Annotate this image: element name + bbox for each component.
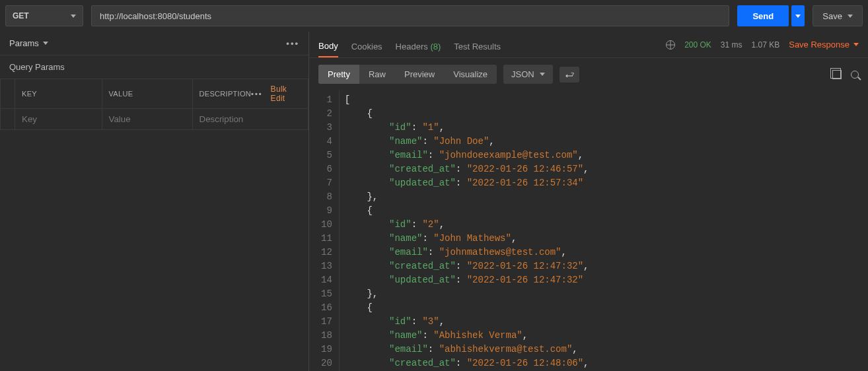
request-toolbar: GET http://localhost:8080/students Send … — [0, 0, 868, 32]
copy-icon[interactable] — [832, 70, 842, 79]
http-method-select[interactable]: GET — [5, 5, 83, 26]
chevron-down-icon — [795, 15, 801, 18]
col-value: VALUE — [102, 79, 192, 109]
chevron-down-icon — [43, 42, 48, 45]
http-method-value: GET — [13, 11, 29, 20]
chevron-down-icon — [848, 15, 853, 18]
view-mode-group: Pretty Raw Preview Visualize — [318, 65, 497, 84]
status-size: 1.07 KB — [752, 40, 780, 50]
table-row — [1, 109, 308, 130]
param-value-input[interactable] — [109, 114, 186, 124]
param-description-input[interactable] — [199, 114, 301, 124]
tab-test-results[interactable]: Test Results — [454, 36, 501, 57]
tab-headers[interactable]: Headers (8) — [396, 36, 441, 57]
wrap-icon: ⮐ — [565, 70, 574, 79]
view-raw[interactable]: Raw — [359, 65, 395, 84]
col-desc: DESCRIPTION ••• Bulk Edit — [192, 79, 308, 109]
params-tab[interactable]: Params — [9, 38, 48, 48]
tab-body[interactable]: Body — [318, 36, 338, 57]
body-type-select[interactable]: JSON — [503, 65, 553, 84]
view-preview[interactable]: Preview — [395, 65, 444, 84]
chevron-down-icon — [853, 43, 859, 46]
chevron-down-icon — [540, 73, 545, 76]
response-body[interactable]: 1234567891011121314151617181920 [ { "id"… — [309, 90, 868, 371]
bulk-edit-link[interactable]: Bulk Edit — [271, 84, 301, 103]
send-dropdown[interactable] — [791, 5, 805, 26]
params-tab-label: Params — [9, 38, 39, 48]
params-panel: Params ••• Query Params KEY VALUE DESCRI… — [0, 32, 309, 371]
save-label: Save — [822, 11, 842, 21]
search-icon[interactable] — [851, 71, 859, 79]
response-panel: Body Cookies Headers (8) Test Results 20… — [309, 32, 868, 371]
url-input[interactable]: http://localhost:8080/students — [91, 5, 729, 26]
view-visualize[interactable]: Visualize — [444, 65, 497, 84]
status-code: 200 OK — [684, 40, 711, 50]
params-table: KEY VALUE DESCRIPTION ••• Bulk Edit — [0, 79, 308, 130]
more-icon[interactable]: ••• — [251, 90, 263, 98]
query-params-heading: Query Params — [0, 55, 308, 79]
url-value: http://localhost:8080/students — [100, 11, 211, 21]
tab-cookies[interactable]: Cookies — [351, 36, 382, 57]
view-pretty[interactable]: Pretty — [318, 65, 359, 84]
globe-icon[interactable] — [666, 40, 675, 50]
more-icon[interactable]: ••• — [286, 38, 299, 48]
chevron-down-icon — [71, 15, 76, 18]
param-key-input[interactable] — [22, 114, 95, 124]
save-button[interactable]: Save — [813, 5, 863, 26]
status-time: 31 ms — [721, 40, 742, 50]
col-key: KEY — [15, 79, 102, 109]
wrap-lines-button[interactable]: ⮐ — [560, 67, 579, 83]
send-button[interactable]: Send — [737, 5, 789, 26]
save-response-button[interactable]: Save Response — [789, 40, 859, 50]
